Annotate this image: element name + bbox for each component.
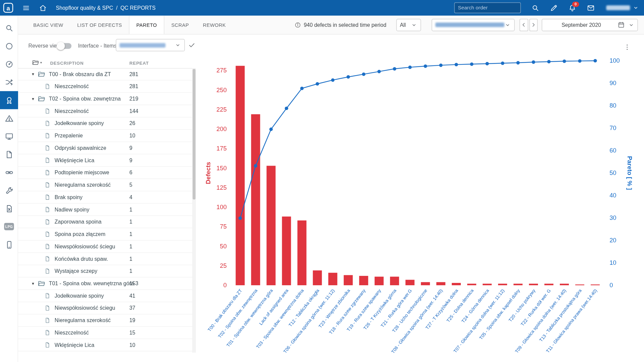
- sidebar-item-mobile[interactable]: [0, 236, 18, 254]
- defect-bar: [344, 275, 353, 285]
- mail-icon[interactable]: [587, 4, 595, 12]
- right-axis-tick: 100: [609, 57, 620, 64]
- reverse-view-toggle[interactable]: [58, 43, 71, 49]
- repeat-value: 26: [129, 120, 136, 126]
- table-row[interactable]: ▼T01 - Spoina obw. wewnętrzna góra153: [18, 278, 192, 290]
- search-icon[interactable]: [531, 4, 539, 12]
- defect-label: Nieregularna szerokość: [55, 182, 111, 188]
- x-axis-label: T25 - Dolna dennica: [445, 288, 475, 323]
- table-row[interactable]: Nieszczelność15: [18, 327, 192, 339]
- next-period-button[interactable]: [529, 19, 538, 31]
- chevron-down-icon: [633, 4, 639, 11]
- repeat-value: 1: [129, 243, 132, 249]
- cumulative-point: [547, 60, 550, 63]
- table-row[interactable]: Odpryski spawalnicze9: [18, 142, 192, 155]
- machine-filter-select[interactable]: [432, 19, 515, 31]
- edit-icon[interactable]: [550, 4, 558, 12]
- table-row[interactable]: Wystające sczepy1: [18, 265, 192, 278]
- repeat-value: 281: [129, 71, 139, 77]
- table-row[interactable]: Zaporowana spoina1: [18, 216, 192, 228]
- table-row[interactable]: Spoina poza złączem1: [18, 228, 192, 241]
- tab-bar: BASIC VIEWLIST OF DEFECTSPARETOSCRAPREWO…: [26, 16, 233, 34]
- table-row[interactable]: Nieszczelność144: [18, 105, 192, 117]
- interface-items-label: Interface - Items: [78, 43, 117, 49]
- column-description: DESCRIPTION: [50, 61, 84, 66]
- app-logo-letter: a: [6, 4, 10, 11]
- user-menu[interactable]: [606, 4, 639, 11]
- repeat-value: 1: [129, 231, 132, 237]
- table-row[interactable]: Niewspółosiowość ściegu1: [18, 241, 192, 253]
- table-row[interactable]: Końcówka drutu spaw.1: [18, 253, 192, 265]
- period-picker[interactable]: September 2020: [542, 19, 638, 31]
- app-logo[interactable]: a: [3, 3, 13, 13]
- sidebar-item-circle[interactable]: [0, 37, 18, 55]
- sidebar-item-medal[interactable]: [0, 91, 18, 109]
- defect-label: Nadlew spoiny: [55, 206, 90, 213]
- collapse-caret-icon[interactable]: ▼: [31, 72, 35, 76]
- table-row[interactable]: ▼T02 - Spoina obw. zewnętrzna219: [18, 93, 192, 105]
- tab-scrap[interactable]: SCRAP: [164, 16, 196, 34]
- tab-pareto[interactable]: PARETO: [129, 16, 164, 34]
- sidebar-item-document[interactable]: [0, 145, 18, 163]
- sidebar-item-monitor[interactable]: [0, 127, 18, 145]
- folder-icon: [38, 280, 45, 287]
- expand-all-control[interactable]: ▾: [32, 59, 42, 66]
- left-axis-tick: 25: [220, 262, 226, 269]
- table-row[interactable]: Niewspółosiowość ściegu37: [18, 302, 192, 314]
- repeat-value: 10: [129, 342, 136, 348]
- tab-list-of-defects[interactable]: LIST OF DEFECTS: [70, 16, 129, 34]
- sidebar-item-link[interactable]: [0, 163, 18, 181]
- sidebar-item-wrench[interactable]: [0, 181, 18, 199]
- right-axis-tick: 20: [609, 237, 616, 244]
- cumulative-point: [269, 127, 273, 131]
- file-icon: [44, 268, 50, 274]
- table-row[interactable]: Nieregularna szerokość5: [18, 179, 192, 191]
- sidebar-item-gauge[interactable]: [0, 55, 18, 73]
- table-row[interactable]: Wklęśnięcie Lica10: [18, 339, 192, 351]
- table-row[interactable]: Nieszczelność281: [18, 80, 192, 93]
- file-icon: [44, 206, 50, 213]
- list-scrollbar[interactable]: [192, 68, 196, 353]
- collapse-caret-icon[interactable]: ▼: [31, 281, 35, 285]
- notifications-button[interactable]: 0: [569, 4, 576, 12]
- right-axis-title: Pareto [ % ]: [626, 156, 633, 190]
- table-row[interactable]: Nieregularna szerokość19: [18, 314, 192, 327]
- scrollbar-thumb[interactable]: [193, 69, 196, 199]
- table-row[interactable]: Jodełkowanie spoiny41: [18, 290, 192, 302]
- search-order-input[interactable]: [455, 5, 528, 11]
- right-axis-tick: 40: [609, 192, 616, 199]
- previous-period-button[interactable]: [520, 19, 528, 31]
- defect-bar: [251, 114, 260, 285]
- repeat-value: 1: [129, 206, 132, 213]
- type-filter-select[interactable]: All: [396, 19, 421, 31]
- table-row[interactable]: Przepalenie10: [18, 130, 192, 142]
- repeat-value: 281: [129, 83, 139, 89]
- defect-bar: [236, 66, 245, 285]
- home-icon[interactable]: [39, 4, 47, 12]
- table-row[interactable]: ▼T00 - Brak obszaru dla ZT281: [18, 68, 192, 80]
- sidebar-item-shuffle[interactable]: [0, 73, 18, 91]
- breadcrumb-section[interactable]: Shopfloor quality & SPC: [56, 5, 113, 11]
- chevron-down-icon: [628, 21, 635, 28]
- pareto-chart-panel: 0255075100125150175200225250275010203040…: [201, 35, 644, 362]
- sidebar-item-warning[interactable]: [0, 109, 18, 127]
- repeat-value: 1: [129, 268, 132, 274]
- right-axis-tick: 50: [609, 169, 616, 176]
- sidebar-item-lpg[interactable]: LPG: [0, 218, 18, 236]
- chevron-down-icon: [411, 21, 418, 28]
- menu-icon[interactable]: [22, 4, 30, 12]
- table-row[interactable]: Nadlew spoiny1: [18, 203, 192, 216]
- tab-rework[interactable]: REWORK: [196, 16, 233, 34]
- table-row[interactable]: Wklęśnięcie Lica9: [18, 154, 192, 167]
- apply-check-icon[interactable]: [188, 42, 196, 49]
- table-row[interactable]: Jodełkowanie spoiny26: [18, 117, 192, 130]
- sidebar-item-search[interactable]: [0, 19, 18, 37]
- interface-items-select[interactable]: [116, 39, 185, 51]
- table-row[interactable]: Brak spoiny4: [18, 191, 192, 204]
- defect-bar: [313, 270, 322, 285]
- collapse-caret-icon[interactable]: ▼: [31, 97, 35, 101]
- gauge-icon: [5, 60, 13, 68]
- sidebar-item-excel[interactable]: [0, 199, 18, 218]
- table-row[interactable]: Podtopienie miejscowe6: [18, 167, 192, 179]
- tab-basic-view[interactable]: BASIC VIEW: [26, 16, 70, 34]
